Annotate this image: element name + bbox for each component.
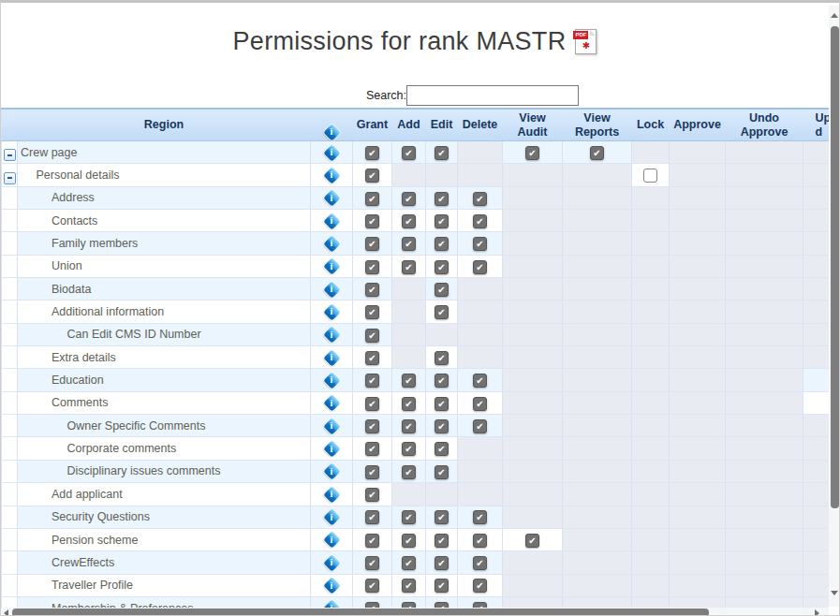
- collapse-icon[interactable]: [4, 149, 16, 161]
- vertical-scrollbar[interactable]: [829, 6, 840, 607]
- edit-checkbox[interactable]: ✔: [435, 465, 449, 479]
- delete-checkbox[interactable]: ✔: [473, 534, 487, 548]
- grant-checkbox[interactable]: ✔: [365, 397, 379, 411]
- add-checkbox[interactable]: ✔: [402, 442, 416, 456]
- search-input[interactable]: [406, 85, 579, 106]
- header-update[interactable]: Up d: [803, 109, 830, 141]
- info-diamond-icon[interactable]: i: [323, 303, 340, 320]
- view_audit-checkbox[interactable]: ✔: [525, 146, 539, 160]
- header-approve[interactable]: Approve: [670, 109, 726, 141]
- info-diamond-icon[interactable]: i: [323, 235, 340, 252]
- add-checkbox[interactable]: ✔: [402, 579, 416, 593]
- delete-checkbox[interactable]: ✔: [473, 579, 487, 593]
- info-diamond-icon[interactable]: i: [323, 190, 340, 207]
- header-view-audit[interactable]: View Audit: [503, 109, 563, 141]
- grant-checkbox[interactable]: ✔: [365, 534, 379, 548]
- edit-checkbox[interactable]: ✔: [435, 305, 449, 319]
- add-checkbox[interactable]: ✔: [402, 192, 416, 206]
- horizontal-scrollbar[interactable]: [1, 608, 829, 616]
- grant-checkbox[interactable]: ✔: [365, 488, 379, 502]
- header-add[interactable]: Add: [392, 109, 426, 141]
- grant-checkbox[interactable]: ✔: [365, 556, 379, 570]
- add-checkbox[interactable]: ✔: [402, 397, 416, 411]
- grant-checkbox[interactable]: ✔: [365, 579, 379, 593]
- collapse-icon[interactable]: [4, 172, 16, 184]
- edit-checkbox[interactable]: ✔: [435, 351, 449, 365]
- info-diamond-icon[interactable]: i: [323, 441, 340, 458]
- view_audit-checkbox[interactable]: ✔: [525, 534, 539, 548]
- header-undo-approve[interactable]: Undo Approve: [726, 109, 803, 141]
- grant-checkbox[interactable]: ✔: [365, 305, 379, 319]
- delete-checkbox[interactable]: ✔: [473, 556, 487, 570]
- grant-checkbox[interactable]: ✔: [365, 260, 379, 274]
- add-checkbox[interactable]: ✔: [402, 260, 416, 274]
- edit-checkbox[interactable]: ✔: [435, 579, 449, 593]
- edit-checkbox[interactable]: ✔: [435, 510, 449, 524]
- view_reports-checkbox[interactable]: ✔: [590, 146, 604, 160]
- info-diamond-icon[interactable]: i: [323, 167, 340, 183]
- add-checkbox[interactable]: ✔: [402, 419, 416, 433]
- info-diamond-icon[interactable]: i: [323, 281, 340, 298]
- lock-checkbox[interactable]: [643, 169, 657, 183]
- delete-checkbox[interactable]: ✔: [473, 374, 487, 388]
- info-diamond-icon[interactable]: i: [323, 349, 340, 366]
- grant-checkbox[interactable]: ✔: [365, 329, 379, 343]
- vertical-scroll-thumb[interactable]: [831, 26, 839, 508]
- add-checkbox[interactable]: ✔: [402, 556, 416, 570]
- grant-checkbox[interactable]: ✔: [365, 237, 379, 251]
- grant-checkbox[interactable]: ✔: [365, 214, 379, 228]
- delete-checkbox[interactable]: ✔: [473, 260, 487, 274]
- header-region[interactable]: Region: [18, 109, 311, 141]
- header-edit[interactable]: Edit: [426, 109, 458, 141]
- delete-checkbox[interactable]: ✔: [473, 419, 487, 433]
- info-diamond-icon[interactable]: i: [323, 327, 340, 344]
- info-diamond-icon[interactable]: i: [323, 372, 340, 389]
- info-diamond-icon[interactable]: i: [323, 486, 340, 503]
- horizontal-scroll-thumb[interactable]: [12, 609, 709, 616]
- add-checkbox[interactable]: ✔: [402, 510, 416, 524]
- edit-checkbox[interactable]: ✔: [435, 397, 449, 411]
- scroll-left-arrow-icon[interactable]: [4, 609, 8, 616]
- info-diamond-icon[interactable]: i: [323, 418, 340, 434]
- delete-checkbox[interactable]: ✔: [473, 397, 487, 411]
- edit-checkbox[interactable]: ✔: [435, 442, 449, 456]
- add-checkbox[interactable]: ✔: [402, 237, 416, 251]
- edit-checkbox[interactable]: ✔: [435, 214, 449, 228]
- header-view-reports[interactable]: View Reports: [563, 109, 632, 141]
- grant-checkbox[interactable]: ✔: [365, 442, 379, 456]
- add-checkbox[interactable]: ✔: [402, 214, 416, 228]
- edit-checkbox[interactable]: ✔: [435, 556, 449, 570]
- scroll-right-arrow-icon[interactable]: [815, 609, 819, 616]
- scroll-down-arrow-icon[interactable]: [831, 591, 838, 595]
- add-checkbox[interactable]: ✔: [402, 146, 416, 160]
- grant-checkbox[interactable]: ✔: [365, 283, 379, 297]
- delete-checkbox[interactable]: ✔: [473, 237, 487, 251]
- add-checkbox[interactable]: ✔: [402, 374, 416, 388]
- info-diamond-icon[interactable]: i: [323, 395, 340, 412]
- header-delete[interactable]: Delete: [458, 109, 503, 141]
- edit-checkbox[interactable]: ✔: [435, 419, 449, 433]
- edit-checkbox[interactable]: ✔: [435, 146, 449, 160]
- edit-checkbox[interactable]: ✔: [435, 374, 449, 388]
- grant-checkbox[interactable]: ✔: [365, 146, 379, 160]
- info-diamond-icon[interactable]: i: [323, 554, 340, 571]
- grant-checkbox[interactable]: ✔: [365, 419, 379, 433]
- grant-checkbox[interactable]: ✔: [365, 510, 379, 524]
- add-checkbox[interactable]: ✔: [402, 534, 416, 548]
- grant-checkbox[interactable]: ✔: [365, 169, 379, 183]
- grant-checkbox[interactable]: ✔: [365, 374, 379, 388]
- info-diamond-icon[interactable]: i: [323, 213, 340, 229]
- edit-checkbox[interactable]: ✔: [435, 283, 449, 297]
- info-diamond-icon[interactable]: i: [323, 144, 340, 161]
- info-diamond-icon[interactable]: i: [323, 600, 340, 608]
- edit-checkbox[interactable]: ✔: [435, 192, 449, 206]
- info-diamond-icon[interactable]: i: [323, 578, 340, 594]
- edit-checkbox[interactable]: ✔: [435, 534, 449, 548]
- grant-checkbox[interactable]: ✔: [365, 351, 379, 365]
- header-lock[interactable]: Lock: [632, 109, 670, 141]
- delete-checkbox[interactable]: ✔: [473, 510, 487, 524]
- header-grant[interactable]: Grant: [353, 109, 392, 141]
- add-checkbox[interactable]: ✔: [402, 465, 416, 479]
- grant-checkbox[interactable]: ✔: [365, 465, 379, 479]
- delete-checkbox[interactable]: ✔: [473, 192, 487, 206]
